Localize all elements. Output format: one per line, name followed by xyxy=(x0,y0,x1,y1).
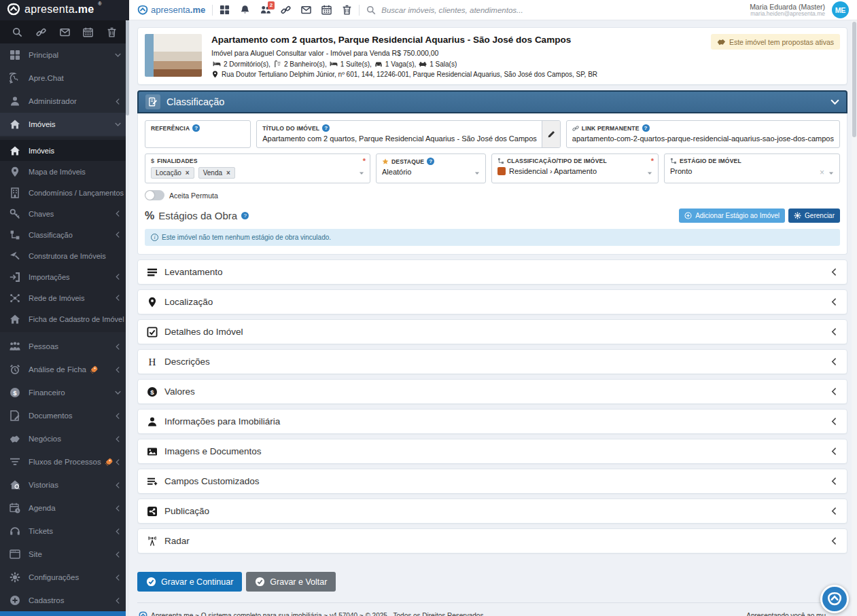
user-info[interactable]: Maria Eduarda (Master) maria.heiden@apre… xyxy=(750,3,825,18)
sidebar-scrollbar[interactable] xyxy=(126,20,129,616)
tipo-imovel-field[interactable]: CLASSIFICAÇÃO/TIPO DE IMÓVEL * Residenci… xyxy=(491,153,659,183)
aceita-permuta-toggle[interactable] xyxy=(145,190,164,200)
gerenciar-button[interactable]: Gerenciar xyxy=(788,209,840,223)
sidebar-item-negocios[interactable]: Negócios xyxy=(0,427,129,450)
tag-venda[interactable]: Venda xyxy=(198,167,235,179)
sidebar-item-imoveis[interactable]: Imóveis xyxy=(0,113,129,136)
link-permanente-value[interactable]: apartamento-com-2-quartos-parque-residen… xyxy=(572,134,834,143)
star-icon xyxy=(382,158,389,165)
section-detalhes-do-imovel[interactable]: Detalhes do Imóvel xyxy=(137,319,847,344)
sidebar-item-administrador[interactable]: Administrador xyxy=(0,90,129,113)
section-campos-customizados[interactable]: Campos Customizados xyxy=(137,469,847,494)
sidebar-item-principal[interactable]: Principal xyxy=(0,43,129,67)
sidebar-subitem-construtora[interactable]: Construtora de Imóveis xyxy=(0,245,129,266)
team-icon[interactable]: 2 xyxy=(260,5,270,15)
sidebar-item-cadastros[interactable]: Cadastros xyxy=(0,589,129,612)
caret-down-icon[interactable] xyxy=(828,170,835,177)
estagio-imovel-field[interactable]: ESTÁGIO DE IMÓVEL Pronto xyxy=(664,153,840,183)
breadcrumb-logo[interactable]: apresenta.me xyxy=(137,5,205,16)
registered-mark: ® xyxy=(98,1,101,6)
scroll-to-top-fab[interactable] xyxy=(820,585,849,613)
link-icon[interactable] xyxy=(36,27,46,37)
sidebar-item-fluxos-de-processos[interactable]: Fluxos de Processos xyxy=(0,450,129,473)
calendar-clock-icon xyxy=(10,503,20,513)
calendar-icon[interactable] xyxy=(83,27,93,37)
section-radar[interactable]: Radar xyxy=(137,528,847,554)
help-icon[interactable] xyxy=(642,124,650,132)
help-icon[interactable] xyxy=(192,124,200,132)
remove-tag-icon[interactable] xyxy=(186,169,190,177)
trash-icon[interactable] xyxy=(342,5,352,15)
edit-title-button[interactable] xyxy=(542,121,560,147)
apps-grid-icon[interactable] xyxy=(220,5,230,15)
caret-down-icon[interactable] xyxy=(646,170,653,177)
app-logo[interactable]: apresenta.me ® xyxy=(0,0,129,20)
destaque-field[interactable]: DESTAQUE Aleatório xyxy=(376,153,486,183)
remove-tag-icon[interactable] xyxy=(226,169,230,177)
finalidades-field[interactable]: $FINALIDADES * Locação Venda xyxy=(145,153,370,183)
notifications-bell-icon[interactable] xyxy=(240,5,250,15)
titulo-imovel-field[interactable]: TÍTULO DO IMÓVEL Apartamento com 2 quart… xyxy=(256,120,561,148)
section-levantamento[interactable]: Levantamento xyxy=(137,259,847,285)
section-descricoes[interactable]: H Descrições xyxy=(137,349,847,374)
sidebar-item-agenda[interactable]: Agenda xyxy=(0,496,129,520)
sidebar-item-aprechat[interactable]: Apre.Chat xyxy=(0,67,129,90)
link-icon[interactable] xyxy=(281,5,291,15)
search-icon[interactable] xyxy=(12,27,22,37)
classification-section-header[interactable]: Classificação xyxy=(137,90,847,113)
sidebar-subitem-condominios-lancamentos[interactable]: Condomínios / Lançamentos xyxy=(0,182,129,203)
sidebar-item-pessoas[interactable]: Pessoas xyxy=(0,335,129,358)
sidebar-subitem-classificacao[interactable]: Classificação xyxy=(0,224,129,245)
plus-circle-icon xyxy=(684,212,692,219)
sidebar-item-tickets[interactable]: Tickets xyxy=(0,520,129,543)
sidebar-item-documentos[interactable]: Documentos xyxy=(0,404,129,427)
gravar-e-voltar-button[interactable]: Gravar e Voltar xyxy=(246,572,336,592)
chevron-left-icon xyxy=(830,328,838,336)
sidebar-item-vistorias[interactable]: Vistorias xyxy=(0,473,129,496)
tag-locacao[interactable]: Locação xyxy=(151,167,194,179)
sidebar-subitem-rede-de-imoveis[interactable]: Rede de Imóveis xyxy=(0,287,129,308)
active-proposals-badge[interactable]: Este imóvel tem propostas ativas xyxy=(711,34,840,50)
sidebar-item-financeiro[interactable]: $ Financeiro xyxy=(0,381,129,404)
sidebar-subitem-mapa-de-imoveis[interactable]: Mapa de Imóveis xyxy=(0,161,129,182)
apresenta-mini-logo-icon xyxy=(137,5,148,16)
mail-icon[interactable] xyxy=(60,27,70,37)
sidebar-item-configuracoes[interactable]: Configurações xyxy=(0,566,129,589)
sidebar-subitem-importacoes[interactable]: Importações xyxy=(0,266,129,287)
gravar-e-continuar-button[interactable]: Gravar e Continuar xyxy=(137,572,242,592)
section-imagens-e-documentos[interactable]: Imagens e Documentos xyxy=(137,439,847,464)
home-icon xyxy=(10,314,20,325)
sidebar-subitem-chaves[interactable]: Chaves xyxy=(0,203,129,224)
help-icon[interactable] xyxy=(322,124,330,132)
caret-down-icon[interactable] xyxy=(358,170,365,177)
titulo-imovel-value[interactable]: Apartamento com 2 quartos, Parque Reside… xyxy=(262,134,537,143)
help-icon[interactable] xyxy=(241,212,249,219)
property-thumbnail[interactable] xyxy=(145,34,202,77)
chevron-left-icon xyxy=(115,98,121,105)
calendar-icon[interactable] xyxy=(321,5,332,15)
page-scrollbar[interactable] xyxy=(852,20,857,616)
sofa-icon xyxy=(419,60,427,68)
section-publicacao[interactable]: Publicação xyxy=(137,499,847,524)
section-valores[interactable]: $ Valores xyxy=(137,379,847,404)
percent-icon: % xyxy=(145,210,154,222)
sidebar-item-site[interactable]: Site xyxy=(0,543,129,566)
sidebar-subitem-imoveis[interactable]: Imóveis xyxy=(0,140,129,161)
adicionar-estagio-button[interactable]: Adicionar Estágio ao Imóvel xyxy=(679,209,785,223)
section-informacoes-para-imobiliaria[interactable]: Informações para Imobiliária xyxy=(137,409,847,434)
sidebar-subitem-ficha-de-cadastro[interactable]: Ficha de Cadastro de Imóvel xyxy=(0,308,129,329)
help-icon[interactable] xyxy=(427,158,434,165)
avatar[interactable]: ME xyxy=(832,1,849,18)
sidebar-item-analise-de-ficha[interactable]: Análise de Ficha xyxy=(0,358,129,381)
footer: Apresenta.me ~ O sistema completo para s… xyxy=(137,602,847,616)
global-search-input[interactable] xyxy=(381,6,743,14)
clear-selection-icon[interactable] xyxy=(820,168,824,177)
header-toolbar: apresenta.me 2 Maria Eduarda (Master) ma… xyxy=(129,0,857,20)
chevron-left-icon xyxy=(830,388,838,395)
mail-icon[interactable] xyxy=(301,5,311,15)
section-localizacao[interactable]: Localização xyxy=(137,289,847,314)
link-permanente-field[interactable]: LINK PERMANENTE apartamento-com-2-quarto… xyxy=(566,120,840,148)
trash-icon[interactable] xyxy=(107,27,117,37)
caret-down-icon[interactable] xyxy=(474,170,480,177)
referencia-field[interactable]: REFERÊNCIA xyxy=(145,120,251,148)
